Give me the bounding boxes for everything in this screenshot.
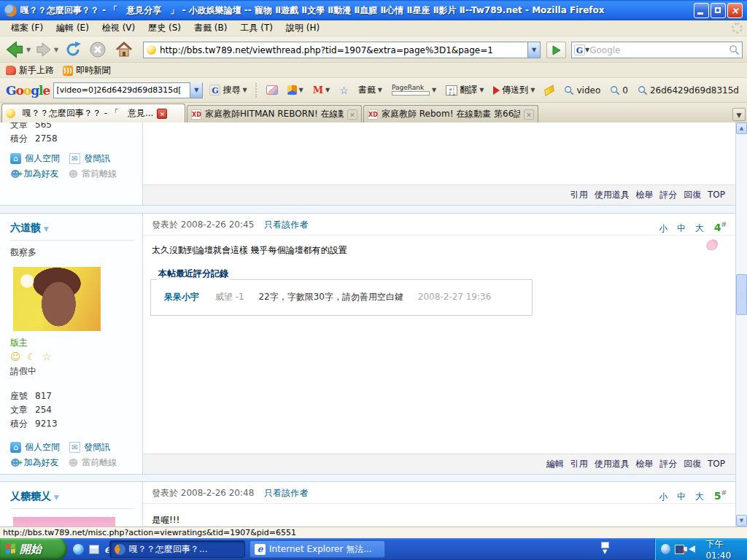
bookmark-star-button[interactable]: ☆ (336, 82, 352, 98)
language-indicator[interactable]: ▼ (598, 541, 611, 557)
post-body: 引用 使用道具 檢舉 評分 回復 TOP (143, 122, 735, 205)
fontsize-large-link[interactable]: 大 (695, 223, 704, 233)
search-input[interactable] (589, 45, 729, 55)
use-item-link[interactable]: 使用道具 (595, 459, 630, 469)
tab-list-dropdown-icon[interactable]: ▼ (732, 108, 746, 121)
username-link[interactable]: 六道骸 (10, 222, 41, 233)
gmail-button[interactable]: M ▼ (310, 82, 333, 98)
url-dropdown-icon[interactable]: ▼ (527, 42, 540, 58)
edit-link[interactable]: 編輯 (546, 459, 564, 469)
magnifier-icon[interactable] (729, 44, 740, 55)
post-header: 發表於 2008-2-26 20:48 只看該作者 小 中 大 5# (143, 482, 735, 504)
google-toolbar-history-dropdown-icon[interactable]: ▼ (190, 82, 202, 98)
start-button[interactable]: 開始 (0, 538, 67, 560)
username-link[interactable]: 乂糖糖乂 (10, 490, 51, 502)
back-dropdown-icon[interactable]: ▼ (26, 47, 31, 53)
forward-dropdown-icon[interactable]: ▼ (54, 47, 58, 53)
restore-button[interactable] (711, 3, 726, 18)
tray-messenger-icon[interactable] (661, 544, 670, 554)
menu-tools[interactable]: 工具 (T) (233, 20, 279, 36)
tab-2[interactable]: XD 家庭教師HITMAN REBORN! 在線動... ✕ (187, 105, 362, 122)
url-input[interactable] (160, 43, 527, 57)
menu-edit[interactable]: 編輯 (E) (50, 20, 96, 36)
reload-button[interactable] (64, 41, 82, 61)
rate-link[interactable]: 評分 (659, 459, 677, 469)
send-message-link[interactable]: 發簡訊 (84, 440, 110, 455)
tab-3[interactable]: XD 家庭教師 Rebom! 在線動畫 第66話 -... ✕ (363, 105, 538, 122)
menu-bookmarks[interactable]: 書籤 (B) (187, 20, 233, 36)
scrollbar-thumb[interactable] (736, 274, 747, 315)
translate-button[interactable]: a í7 ä 翻譯 ▼ (443, 82, 487, 98)
close-button[interactable]: × (727, 3, 743, 18)
tab-close-icon[interactable]: ✕ (524, 109, 534, 120)
report-link[interactable]: 檢舉 (636, 459, 654, 469)
quote-link[interactable]: 引用 (570, 190, 588, 200)
fontsize-medium-link[interactable]: 中 (677, 491, 686, 502)
google-toolbar-search-input[interactable] (54, 85, 190, 95)
taskbar-task-ie[interactable]: e Internet Explorer 無法... (249, 540, 385, 558)
minimize-button[interactable] (694, 3, 709, 18)
scroll-down-icon[interactable]: ▼ (736, 515, 747, 526)
bookmark-latest-news[interactable]: ))) 即時新聞 (61, 64, 115, 77)
rate-hand-icon[interactable] (705, 238, 719, 252)
chevron-down-icon[interactable]: ▼ (44, 225, 49, 233)
only-author-link[interactable]: 只看該作者 (264, 219, 308, 230)
word-find-button-2[interactable]: 0 (607, 83, 631, 98)
vertical-scrollbar[interactable]: ▲ ▼ (735, 122, 747, 526)
add-friend-link[interactable]: 加為好友 (24, 166, 59, 182)
stop-button[interactable] (89, 41, 107, 61)
go-button[interactable] (546, 42, 566, 58)
quicklaunch-window-icon[interactable] (89, 545, 99, 554)
scroll-up-icon[interactable]: ▲ (736, 122, 747, 134)
use-item-link[interactable]: 使用道具 (595, 190, 630, 200)
highlighter-button[interactable] (541, 85, 557, 96)
sendto-button[interactable]: 傳送到 ▼ (490, 82, 538, 98)
top-link[interactable]: TOP (708, 459, 725, 469)
bookmark-getting-started[interactable]: 新手上路 (4, 64, 58, 77)
tab-close-icon[interactable]: ✕ (157, 109, 167, 119)
personal-space-link[interactable]: 個人空間 (25, 151, 60, 166)
gmail-icon: M (313, 85, 323, 96)
forward-button[interactable] (35, 41, 53, 61)
report-link[interactable]: 檢舉 (636, 190, 654, 200)
fontsize-small-link[interactable]: 小 (659, 223, 667, 233)
menu-view[interactable]: 檢視 (V) (96, 20, 142, 36)
menu-file[interactable]: 檔案 (F) (4, 20, 50, 36)
sitesearch-button[interactable]: ▼ (285, 83, 306, 97)
photos-button[interactable] (263, 83, 281, 97)
word-find-button-1[interactable]: video (561, 83, 603, 98)
tray-volume-icon[interactable] (689, 545, 695, 553)
fontsize-small-link[interactable]: 小 (659, 491, 667, 502)
gbookmarks-button[interactable]: 書籤 ▼ (355, 82, 385, 98)
back-button[interactable] (4, 39, 25, 62)
word-find-button-3[interactable]: 26d6429d69d8315d (635, 83, 742, 98)
chevron-down-icon[interactable]: ▼ (54, 494, 59, 501)
floor-number-link[interactable]: 5# (714, 490, 727, 502)
menu-history[interactable]: 歷史 (S) (142, 20, 187, 36)
only-author-link[interactable]: 只看該作者 (264, 488, 308, 498)
google-search-button[interactable]: G 搜尋 ▼ (206, 82, 249, 98)
reply-link[interactable]: 回復 (684, 459, 701, 469)
floor-number-link[interactable]: 4# (714, 222, 727, 233)
add-friend-link[interactable]: 加為好友 (24, 455, 59, 470)
quote-link[interactable]: 引用 (570, 459, 588, 469)
tab-1-active[interactable]: 嘎？？怎麼回事？？ - 「 意見... ✕ (1, 104, 185, 122)
personal-space-link[interactable]: 個人空間 (25, 440, 60, 455)
tray-clock[interactable]: 下午 01:40 (705, 538, 747, 560)
quicklaunch-desktop-icon[interactable] (73, 544, 84, 555)
taskbar-task-firefox[interactable]: 嘎？？怎麼回事？... (109, 540, 245, 558)
tray-network-disconnected-icon[interactable]: ✕ (675, 545, 685, 554)
reply-link[interactable]: 回復 (684, 190, 701, 200)
home-button[interactable] (115, 41, 133, 61)
rater-link[interactable]: 呆呆小宇 (164, 292, 199, 302)
google-g-icon[interactable]: G (574, 44, 585, 55)
menu-help[interactable]: 說明 (H) (279, 20, 326, 36)
word-chip: 0 (622, 85, 628, 96)
send-message-link[interactable]: 發簡訊 (84, 151, 110, 166)
fontsize-medium-link[interactable]: 中 (677, 223, 686, 233)
tab-close-icon[interactable]: ✕ (347, 109, 357, 120)
pagerank-widget[interactable]: PageRank ▼ (389, 82, 439, 98)
fontsize-large-link[interactable]: 大 (695, 491, 704, 502)
rate-link[interactable]: 評分 (659, 190, 677, 200)
top-link[interactable]: TOP (708, 190, 725, 200)
